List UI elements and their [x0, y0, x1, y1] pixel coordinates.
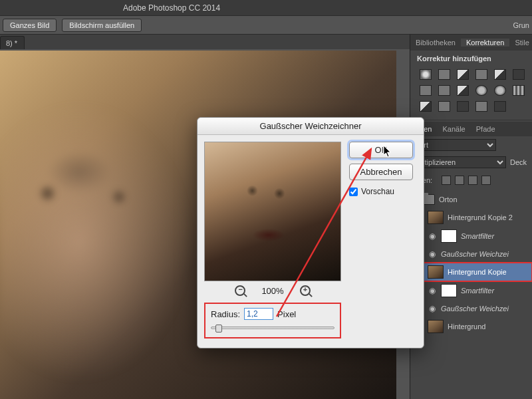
layers-panel-tabs: enen Kanäle Pfade: [410, 122, 532, 136]
tab-stile[interactable]: Stile: [509, 39, 532, 47]
slider-knob[interactable]: [215, 325, 222, 332]
radius-label: Radius:: [211, 309, 240, 319]
radius-slider[interactable]: [211, 327, 334, 329]
filter-mask-thumbnail: [441, 229, 457, 243]
radius-unit: Pixel: [277, 309, 296, 319]
filter-entry-row[interactable]: ◉ Gaußscher Weichzei: [410, 300, 532, 317]
curves-icon[interactable]: [457, 69, 469, 80]
adjustments-icon-grid: [410, 66, 532, 118]
colorlookup-icon[interactable]: [513, 85, 525, 96]
layers-list: Orton Hintergrund Kopie 2 ◉ Smartfilter …: [410, 190, 532, 337]
preview-label: Vorschau: [361, 187, 394, 196]
tab-pfade[interactable]: Pfade: [471, 125, 501, 133]
smartfilter-row[interactable]: ◉ Smartfilter: [410, 281, 532, 300]
dialog-title: Gaußscher Weichzeichner: [198, 118, 424, 135]
filter-mask-thumbnail: [441, 284, 457, 297]
opacity-label: Deck: [510, 158, 527, 166]
fill-screen-button[interactable]: Bildschirm ausfüllen: [62, 19, 142, 32]
brightness-icon[interactable]: [420, 69, 432, 80]
radius-input[interactable]: [244, 308, 273, 320]
adjustments-panel-tabs: Bibliotheken Korrekturen Stile: [410, 35, 532, 51]
cancel-button[interactable]: Abbrechen: [349, 164, 413, 180]
bw-icon[interactable]: [457, 85, 469, 96]
document-tab[interactable]: 8) *: [0, 36, 25, 49]
options-right-truncated: Grun: [513, 21, 529, 29]
tab-bibliotheken[interactable]: Bibliotheken: [410, 39, 461, 47]
ok-button[interactable]: OK: [349, 142, 413, 158]
photo-filter-icon[interactable]: [475, 85, 487, 96]
layer-group-row[interactable]: Orton: [410, 191, 532, 208]
threshold-icon[interactable]: [457, 101, 469, 112]
adjustments-subhead: Korrektur hinzufügen: [410, 51, 532, 66]
balance-icon[interactable]: [438, 85, 450, 96]
zoom-out-icon[interactable]: −: [235, 285, 245, 296]
preview-checkbox-row[interactable]: Vorschau: [349, 187, 413, 196]
tab-kanaele[interactable]: Kanäle: [437, 125, 470, 133]
radius-annotation-box: Radius: Pixel: [204, 303, 341, 338]
channel-mixer-icon[interactable]: [494, 85, 506, 96]
app-titlebar: Adobe Photoshop CC 2014: [0, 0, 532, 16]
options-bar: Ganzes Bild Bildschirm ausfüllen Grun: [0, 16, 532, 35]
lock-position-icon[interactable]: [468, 176, 477, 185]
dialog-preview-image[interactable]: [204, 142, 341, 281]
layer-kind-select[interactable]: Art: [416, 139, 496, 151]
levels-icon[interactable]: [438, 69, 450, 80]
fit-image-button[interactable]: Ganzes Bild: [3, 19, 57, 32]
layer-thumbnail: [428, 265, 444, 279]
preview-checkbox[interactable]: [349, 188, 358, 196]
adjustment-icon[interactable]: [513, 69, 525, 80]
exposure-icon[interactable]: [475, 69, 487, 80]
visibility-icon[interactable]: ◉: [428, 249, 437, 259]
visibility-icon[interactable]: ◉: [428, 231, 437, 241]
selective-color-icon[interactable]: [494, 101, 506, 112]
filter-entry-row[interactable]: ◉ Gaußscher Weichzei: [410, 245, 532, 263]
invert-icon[interactable]: [420, 101, 432, 112]
zoom-level: 100%: [261, 286, 283, 296]
gradient-map-icon[interactable]: [475, 101, 487, 112]
tab-korrekturen[interactable]: Korrekturen: [461, 39, 509, 47]
layer-thumbnail: [428, 211, 444, 224]
visibility-icon[interactable]: ◉: [428, 286, 437, 295]
lock-image-icon[interactable]: [455, 176, 464, 185]
layer-row-background[interactable]: Hintergrund: [410, 317, 532, 336]
right-dock: Bibliotheken Korrekturen Stile Korrektur…: [410, 35, 532, 399]
posterize-icon[interactable]: [438, 101, 450, 112]
hue-icon[interactable]: [420, 85, 432, 96]
lock-transparent-icon[interactable]: [442, 176, 451, 185]
blend-mode-select[interactable]: ultiplizieren: [416, 156, 506, 168]
visibility-icon[interactable]: ◉: [428, 304, 437, 313]
layer-thumbnail: [428, 320, 444, 333]
app-title: Adobe Photoshop CC 2014: [123, 3, 220, 13]
layer-row-selected[interactable]: Hintergrund Kopie: [410, 263, 532, 281]
vibrance-icon[interactable]: [494, 69, 506, 80]
zoom-in-icon[interactable]: +: [300, 285, 311, 296]
layer-row[interactable]: Hintergrund Kopie 2: [410, 208, 532, 227]
smartfilter-row[interactable]: ◉ Smartfilter: [410, 227, 532, 245]
gaussian-blur-dialog: Gaußscher Weichzeichner − 100% + Radius:…: [197, 117, 424, 348]
lock-all-icon[interactable]: [481, 176, 491, 185]
